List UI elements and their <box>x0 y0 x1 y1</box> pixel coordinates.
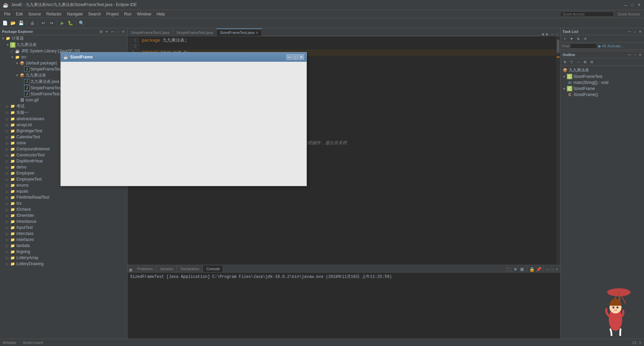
outline-sync-button[interactable]: ↔ <box>575 59 581 65</box>
outline-item-0[interactable]: 📦九九乘法表 <box>560 67 644 73</box>
console-close-button[interactable]: ✕ <box>555 267 559 271</box>
menu-source[interactable]: Source <box>25 11 44 17</box>
sized-frame-close[interactable]: ✕ <box>299 54 304 60</box>
sized-frame-max[interactable]: □ <box>292 54 298 60</box>
tree-icon-7: J <box>24 79 30 85</box>
menu-window[interactable]: Window <box>134 11 154 17</box>
print-button[interactable]: 🖨 <box>29 19 36 27</box>
pkg-minimize-button[interactable]: — <box>110 30 115 34</box>
tree-item-37[interactable]: ▷📁LotteryDrawing <box>0 261 127 267</box>
open-button[interactable]: 📂 <box>9 19 17 27</box>
console-pin-button[interactable]: 📌 <box>536 266 542 272</box>
undo-button[interactable]: ↩ <box>40 19 47 27</box>
tree-item-1[interactable]: ▼J九九乘法表 <box>0 42 127 48</box>
console-terminate-button[interactable]: ⊠ <box>519 266 525 272</box>
tree-item-33[interactable]: ▷📁interfaces <box>0 237 127 243</box>
sized-frame-window[interactable]: ☕ SizedFrame — □ ✕ <box>60 52 307 186</box>
tree-item-30[interactable]: ▷📁Inheritance <box>0 218 127 225</box>
tree-item-36[interactable]: ▷📁LotteryArray <box>0 255 127 261</box>
menu-refactor[interactable]: Refactor <box>44 11 64 17</box>
tasklist-minimize-button[interactable]: — <box>627 30 632 34</box>
minimize-button[interactable]: — <box>623 3 628 7</box>
tree-item-31[interactable]: ▷📁InputTest <box>0 225 127 231</box>
find-all-option[interactable]: ▶ All <box>598 44 606 48</box>
menu-project[interactable]: Project <box>104 11 121 17</box>
outline-item-3[interactable]: ▼CSizedFrame <box>560 86 644 92</box>
outline-filter-button[interactable]: ▽ <box>569 59 575 65</box>
console-scroll-lock-button[interactable]: 🔒 <box>529 266 535 272</box>
outline-item-2[interactable]: mmain(String[]) : void <box>560 80 644 86</box>
task-refresh-button[interactable]: ↺ <box>582 36 588 42</box>
tab-javadoc[interactable]: Javadoc <box>156 265 177 272</box>
editor-maximize[interactable]: □ <box>555 32 559 36</box>
tab-declaration[interactable]: Declaration <box>177 265 203 272</box>
outline-minimize-button[interactable]: — <box>627 53 632 57</box>
find-activate-option[interactable]: Activate... <box>607 44 624 48</box>
tree-item-27[interactable]: ▷📁fzx <box>0 200 127 206</box>
console-minimize-button[interactable]: — <box>545 267 550 271</box>
menu-edit[interactable]: Edit <box>13 11 25 17</box>
tree-item-35[interactable]: ▷📁lingxing <box>0 249 127 255</box>
tree-item-34[interactable]: ▷📁lambda <box>0 243 127 249</box>
tree-item-0[interactable]: ▼📁计算器 <box>0 35 127 42</box>
save-button[interactable]: 💾 <box>17 19 25 27</box>
pkg-close-button[interactable]: ✕ <box>121 30 125 34</box>
menu-file[interactable]: File <box>1 11 13 17</box>
editor-scroll-left[interactable]: ◀ <box>541 32 545 36</box>
task-new-button[interactable]: + <box>562 36 568 42</box>
menu-run[interactable]: Run <box>121 11 134 17</box>
tab-simpleframetest[interactable]: SimpleFrameTest.java <box>173 29 217 36</box>
close-button[interactable]: ✕ <box>637 3 641 7</box>
sized-frame-min[interactable]: — <box>286 54 292 60</box>
outline-item-4[interactable]: CSizedFrame() <box>560 92 644 98</box>
outline-expand-button[interactable]: ⊞ <box>582 59 588 65</box>
tree-item-32[interactable]: ▷📁interclass <box>0 231 127 237</box>
console-clear-button[interactable]: ✕ <box>513 266 519 272</box>
tab-simpleframetest1[interactable]: SimpleFrameTest1.java <box>127 29 173 36</box>
menu-search[interactable]: Search <box>86 11 104 17</box>
tree-icon-23: 📁 <box>10 177 15 182</box>
tab-sizedframetest-close[interactable]: ✕ <box>256 31 258 35</box>
tree-icon-8: J <box>24 85 30 91</box>
tree-label-13: abstractclasses <box>16 116 44 121</box>
outline-item-1[interactable]: ▼CSizedFrameTest <box>560 73 644 80</box>
console-maximize-button[interactable]: □ <box>551 267 554 271</box>
pkg-maximize-button[interactable]: □ <box>116 30 120 34</box>
pkg-menu-button[interactable]: ▼ <box>104 30 109 34</box>
menu-help[interactable]: Help <box>154 11 168 17</box>
outline-collapse-button[interactable]: ⊟ <box>589 59 595 65</box>
task-filter-button[interactable]: ▼ <box>569 36 575 42</box>
editor-minimize[interactable]: — <box>550 32 555 36</box>
quick-access-input[interactable] <box>560 11 614 17</box>
tree-item-28[interactable]: ▷📁IDcheck <box>0 206 127 212</box>
tab-sizedframetest[interactable]: SizedFrameTest.java ✕ <box>217 29 262 36</box>
tree-icon-20: 📁 <box>10 158 15 164</box>
tree-item-29[interactable]: ▷📁IDnember <box>0 212 127 218</box>
outline-maximize-button[interactable]: □ <box>633 53 637 57</box>
menu-navigate[interactable]: Navigate <box>64 11 85 17</box>
redo-button[interactable]: ↪ <box>48 19 55 27</box>
tasklist-maximize-button[interactable]: □ <box>633 30 637 34</box>
editor-scroll-right[interactable]: ▶ <box>545 32 549 36</box>
outline-close-button[interactable]: ✕ <box>638 53 642 57</box>
console-stop-button[interactable]: ⬛ <box>506 266 512 272</box>
tree-arrow-27: ▷ <box>6 202 10 205</box>
tab-problems[interactable]: Problems <box>134 265 156 272</box>
run-button[interactable]: ▶ <box>59 19 66 27</box>
editor-scrollbar-thumb[interactable] <box>557 40 559 53</box>
outline-sort-button[interactable]: ⇅ <box>562 59 568 65</box>
tree-item-26[interactable]: ▷📁FileWriteReadTest <box>0 194 127 200</box>
new-button[interactable]: 📄 <box>1 19 9 27</box>
task-sort-button[interactable]: ⇅ <box>575 36 581 42</box>
pkg-collapse-button[interactable]: ⊟ <box>99 30 103 34</box>
tasklist-close-button[interactable]: ✕ <box>638 30 642 34</box>
maximize-button[interactable]: □ <box>630 3 635 7</box>
search-button[interactable]: 🔍 <box>78 19 85 27</box>
tab-console[interactable]: Console <box>203 265 223 272</box>
toolbar-separator-3 <box>57 20 57 26</box>
debug-button[interactable]: 🐛 <box>67 19 74 27</box>
tree-item-25[interactable]: ▷📁equals <box>0 188 127 194</box>
editor-scrollbar[interactable] <box>556 36 560 265</box>
find-input[interactable] <box>570 43 597 49</box>
outline-label-0: 九九乘法表 <box>569 67 589 73</box>
